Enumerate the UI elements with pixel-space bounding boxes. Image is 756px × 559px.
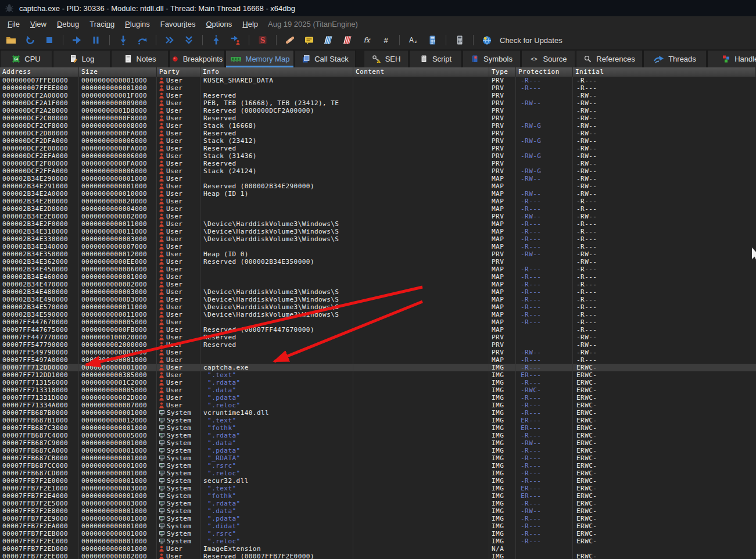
functions-button[interactable]: fx [359, 33, 374, 47]
memory-row[interactable]: 00007FFB7F2E50000000000000003000System "… [0, 500, 756, 507]
close-button[interactable] [42, 33, 57, 47]
tab-seh[interactable]: SEH [364, 50, 409, 67]
memory-row[interactable]: 00007FFB687CD0000000000000001000System "… [0, 470, 756, 477]
memory-row[interactable]: 00007FF5477900000000000002000000UserRese… [0, 341, 756, 349]
tab-threads[interactable]: Threads [643, 50, 707, 67]
memory-row[interactable]: 000000007FFEE0000000000000001000UserPRV-… [0, 84, 756, 92]
memory-row[interactable]: 00007FFB687B00000000000000001000Systemvc… [0, 409, 756, 417]
memory-row[interactable]: 00007FFB687C90000000000000001000System "… [0, 439, 756, 447]
memory-row[interactable]: 00007FF4476700000000000000005000UserMAP-… [0, 318, 756, 326]
memory-row[interactable]: 000000007FFE00000000000000001000UserKUSE… [0, 77, 756, 84]
memory-row[interactable]: 000002B34E3100000000000000011000User\Dev… [0, 228, 756, 235]
restart-button[interactable] [23, 33, 38, 47]
memory-row[interactable]: 000000DCF2CF80000000000000008000UserStac… [0, 122, 756, 130]
tab-source[interactable]: <>Source [521, 50, 575, 67]
memory-row[interactable]: 000000DCF2F0000000000000000FA000UserRese… [0, 160, 756, 167]
memory-row[interactable]: 00007FFB7F2EE0000000000000002000UserRese… [0, 553, 756, 559]
memory-row[interactable]: 000002B34E4700000000000000002000UserMAP-… [0, 281, 756, 288]
tab-cpu[interactable]: 64CPU [0, 50, 52, 67]
memory-row[interactable]: 00007FFB687C30000000000000001000System "… [0, 424, 756, 432]
memory-row[interactable]: 000002B34E3300000000000000003000User\Dev… [0, 235, 756, 243]
patches-button[interactable] [282, 33, 298, 47]
memory-row[interactable]: 000002B34E4800000000000000003000User\Dev… [0, 288, 756, 296]
memory-row[interactable]: 00007FFB7F2EC0000000000000001000System "… [0, 538, 756, 545]
memory-row[interactable]: 000000DCF2FFA0000000000000006000UserStac… [0, 167, 756, 175]
memory-row[interactable]: 00007FFB687B10000000000000012000System "… [0, 417, 756, 424]
memory-row[interactable]: 00007FF71334A0000000000000007000User ".r… [0, 402, 756, 409]
tab-call-stack[interactable]: Call Stack [295, 50, 356, 67]
check-for-updates-label[interactable]: Check for Updates [500, 36, 562, 45]
memory-row[interactable]: 00007FFB7F2EA0000000000000001000System "… [0, 522, 756, 530]
run-to-user-code-button[interactable] [228, 33, 243, 47]
memory-row[interactable]: 000002B34E2910000000000000001000UserRese… [0, 182, 756, 190]
memory-row[interactable]: 00007FFB687CC0000000000000001000System "… [0, 462, 756, 470]
memory-row[interactable]: 000002B34E2A00000000000000010000UserHeap… [0, 190, 756, 198]
memory-row[interactable]: 000002B34E3500000000000000012000UserHeap… [0, 250, 756, 258]
menu-plugins[interactable]: Plugins [120, 17, 155, 31]
memory-row[interactable]: 00007FF7133180000000000000005000User ".d… [0, 386, 756, 394]
column-header-content[interactable]: Content [353, 67, 489, 77]
column-header-initial[interactable]: Initial [573, 67, 756, 77]
run-button[interactable] [69, 33, 84, 47]
memory-row[interactable]: 000000DCF2D0000000000000000FA000UserRese… [0, 130, 756, 137]
menu-help[interactable]: Help [237, 17, 263, 31]
tab-symbols[interactable]: Symbols [463, 50, 521, 67]
memory-row[interactable]: 000002B34E2D00000000000000004000UserMAP-… [0, 205, 756, 213]
memory-row[interactable]: 00007FFB687C40000000000000005000System "… [0, 432, 756, 439]
memory-row[interactable]: 00007FF71315600000000000001C2000User ".r… [0, 379, 756, 386]
memory-row[interactable]: 00007FFB687CA0000000000000001000System "… [0, 447, 756, 454]
column-header-type[interactable]: Type [489, 67, 516, 77]
bookmarks-button[interactable] [340, 33, 355, 47]
calculator-button[interactable] [452, 33, 467, 47]
memory-row[interactable]: 000000DCF2C0000000000000000F8000UserRese… [0, 114, 756, 122]
column-header-size[interactable]: Size [79, 67, 157, 77]
memory-row[interactable]: 000002B34E5900000000000000011000User\Dev… [0, 311, 756, 318]
memory-row[interactable]: 000000DCF2A2800000000000001D8000UserRese… [0, 107, 756, 114]
menu-favourites[interactable]: Favourites [155, 17, 201, 31]
memory-row[interactable]: 000002B34E5700000000000000011000User\Dev… [0, 303, 756, 311]
memory-row[interactable]: 000002B34E4500000000000000006000UserMAP-… [0, 266, 756, 273]
column-header-protection[interactable]: Protection [516, 67, 573, 77]
tab-script[interactable]: Script [409, 50, 462, 67]
menu-view[interactable]: View [25, 17, 52, 31]
log-window-button[interactable]: S [255, 33, 270, 47]
step-over-button[interactable] [135, 33, 150, 47]
memory-row[interactable]: 00007FFB7F2E40000000000000001000System "… [0, 492, 756, 500]
memory-row[interactable]: 00007FFB7F2E80000000000000001000System "… [0, 507, 756, 515]
memory-row[interactable]: 00007FFB7F2E90000000000000001000System "… [0, 515, 756, 522]
memory-row-selected[interactable]: 00007FF712DD00000000000000001000Usercapt… [0, 364, 756, 371]
memory-row[interactable]: 000000DCF2E0000000000000000FA000UserRese… [0, 145, 756, 152]
memory-row[interactable]: 000002B34E36200000000000000EE000UserRese… [0, 258, 756, 266]
execute-till-return-button[interactable] [209, 33, 224, 47]
ordinals-button[interactable]: # [378, 33, 393, 47]
memory-row[interactable]: 000002B34E2E00000000000000002000UserPRV-… [0, 213, 756, 220]
preferences-button[interactable] [425, 33, 440, 47]
pause-button[interactable] [88, 33, 103, 47]
memory-row[interactable]: 00007FF5497A00000000000000001000UserMAP-… [0, 356, 756, 364]
memory-row[interactable]: 000002B34E4600000000000000001000UserMAP-… [0, 273, 756, 281]
comments-button[interactable] [302, 33, 317, 47]
memory-row[interactable]: 000002B34E3400000000000000007000UserMAP-… [0, 243, 756, 250]
memory-row[interactable]: 000002B34E49000000000000000D3000User\Dev… [0, 296, 756, 303]
fonts-button[interactable]: Az [406, 33, 421, 47]
memory-row[interactable]: 00007FFB687CB0000000000000001000System "… [0, 454, 756, 462]
memory-row[interactable]: 000000DCF2EFA0000000000000006000UserStac… [0, 152, 756, 160]
tab-references[interactable]: References [576, 50, 643, 67]
memory-row[interactable]: 00007FFB7F2EB0000000000000001000System "… [0, 530, 756, 538]
labels-button[interactable] [321, 33, 336, 47]
trace-over-button[interactable] [181, 33, 196, 47]
memory-row[interactable]: 00007FF44767500000000000000FB000UserRese… [0, 326, 756, 334]
memory-row[interactable]: 00007FFB7F2E10000000000000003000System "… [0, 485, 756, 492]
memory-row[interactable]: 00007FF71331D000000000000002D000User ".p… [0, 394, 756, 402]
memory-row[interactable]: 00007FF5497900000000000000001000UserPRV-… [0, 349, 756, 356]
step-into-button[interactable] [116, 33, 131, 47]
memory-row[interactable]: 00007FF712DD10000000000000385000User ".t… [0, 371, 756, 379]
memory-row[interactable]: 000002B34E2F00000000000000011000User\Dev… [0, 220, 756, 228]
tab-memory-map[interactable]: Memory Map [225, 50, 294, 67]
memory-row[interactable]: 000000DCF2A1F0000000000000009000UserPEB,… [0, 99, 756, 107]
trace-into-button[interactable] [162, 33, 177, 47]
column-header-address[interactable]: Address [0, 67, 79, 77]
memory-row[interactable]: 000002B34E2B00000000000000020000UserMAP-… [0, 198, 756, 205]
column-header-info[interactable]: Info [200, 67, 353, 77]
memory-row[interactable]: 00007FFB7F2E00000000000000001000Systemse… [0, 477, 756, 485]
